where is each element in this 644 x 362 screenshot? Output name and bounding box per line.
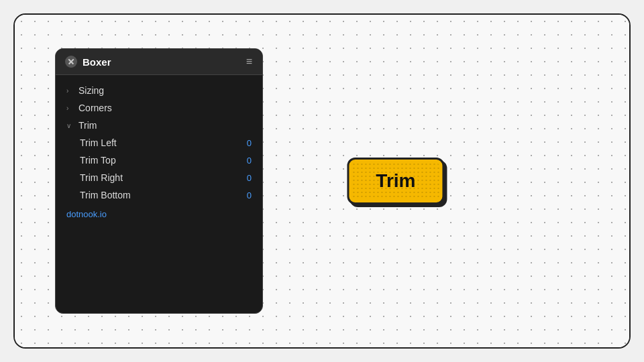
- trim-top-left: Trim Top: [80, 155, 116, 166]
- tree-item-trim-top[interactable]: Trim Top 0: [56, 152, 262, 169]
- trim-canvas-button[interactable]: Trim: [347, 158, 444, 204]
- trim-left-value[interactable]: 0: [247, 138, 252, 148]
- corners-label: Corners: [78, 103, 112, 113]
- trim-right-label: Trim Right: [80, 172, 123, 183]
- panel-header-left: Boxer: [65, 56, 111, 68]
- trim-top-label: Trim Top: [80, 155, 116, 166]
- boxer-panel: Boxer ≡ › Sizing › Corners ∨ Trim: [55, 48, 263, 314]
- tree-item-corners[interactable]: › Corners: [56, 99, 262, 117]
- trim-button-container: Trim: [347, 158, 444, 204]
- arrow-icon-corners: ›: [66, 105, 74, 112]
- sizing-label: Sizing: [78, 85, 104, 96]
- tree-item-trim-bottom[interactable]: Trim Bottom 0: [56, 186, 262, 204]
- tree-item-trim-left[interactable]: Trim Left 0: [56, 134, 262, 152]
- trim-bottom-value[interactable]: 0: [247, 190, 252, 200]
- footer-link[interactable]: dotnook.io: [56, 204, 262, 225]
- trim-right-left: Trim Right: [80, 172, 123, 183]
- trim-left-left: Trim Left: [80, 137, 117, 148]
- menu-icon[interactable]: ≡: [246, 56, 253, 68]
- trim-left-label: Trim Left: [80, 137, 117, 148]
- panel-header: Boxer ≡: [56, 49, 262, 75]
- tree-item-trim-right[interactable]: Trim Right 0: [56, 169, 262, 186]
- trim-bottom-label: Trim Bottom: [80, 190, 131, 200]
- panel-body: › Sizing › Corners ∨ Trim Trim Left 0: [56, 75, 262, 231]
- trim-right-value[interactable]: 0: [247, 173, 252, 183]
- close-button[interactable]: [65, 56, 77, 68]
- arrow-icon-sizing: ›: [66, 87, 74, 95]
- panel-title: Boxer: [83, 56, 111, 68]
- trim-bottom-left: Trim Bottom: [80, 190, 131, 200]
- trim-label: Trim: [78, 120, 97, 131]
- arrow-icon-trim: ∨: [66, 122, 74, 129]
- trim-top-value[interactable]: 0: [247, 156, 252, 166]
- tree-item-sizing[interactable]: › Sizing: [56, 82, 262, 99]
- main-frame: Boxer ≡ › Sizing › Corners ∨ Trim: [13, 13, 631, 349]
- tree-item-trim[interactable]: ∨ Trim: [56, 117, 262, 134]
